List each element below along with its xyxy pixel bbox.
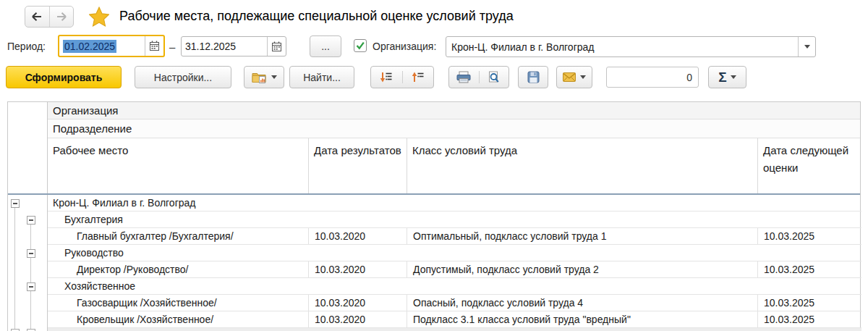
grouping-buttons <box>370 66 434 88</box>
table-row[interactable]: Газосварщик /Хозяйственное/ 10.03.2020 О… <box>48 295 861 311</box>
cell-class[interactable]: Подкласс 3.1 класса условий труда "вредн… <box>407 311 757 327</box>
page-magnifier-icon <box>488 71 500 83</box>
sigma-icon: Σ <box>718 70 726 85</box>
table-row-group[interactable]: Крон-Ц. Филиал в г. Волгоград <box>48 195 861 211</box>
favorite-star-icon[interactable] <box>89 7 109 30</box>
email-button[interactable] <box>556 66 592 88</box>
settings-button[interactable]: Настройки... <box>135 66 231 88</box>
arrow-down-list-icon <box>380 71 393 83</box>
column-header-class[interactable]: Класс условий труда <box>407 138 757 193</box>
org-label: Организация: <box>373 41 436 52</box>
group-name: Хозяйственное <box>48 278 861 294</box>
group-name: Бухгалтерия <box>48 211 861 227</box>
sum-button[interactable]: Σ <box>708 66 746 88</box>
cell-class[interactable]: Опасный, подкласс условий труда 4 <box>407 295 757 311</box>
page-title: Рабочие места, подлежащие специальной оц… <box>119 9 514 24</box>
org-value: Крон-Ц. Филиал в г. Волгоград <box>446 37 798 56</box>
table-row[interactable]: Директор /Руководство/ 10.03.2020 Допуст… <box>48 261 861 278</box>
expander-dept-3[interactable] <box>27 282 35 291</box>
forward-button[interactable] <box>50 7 74 27</box>
column-header-result-date[interactable]: Дата результатов <box>308 138 407 193</box>
back-arrow-icon <box>30 11 43 22</box>
printer-icon <box>456 71 471 83</box>
cell-result-date[interactable]: 10.03.2020 <box>308 311 407 327</box>
cell-next-date[interactable]: 10.03.2025 <box>757 311 861 327</box>
print-button[interactable] <box>449 71 479 83</box>
find-button[interactable]: Найти... <box>289 66 354 88</box>
cell-workplace[interactable]: Кровельщик /Хозяйственное/ <box>48 311 308 327</box>
caret-down-icon <box>271 75 277 79</box>
generate-button[interactable]: Сформировать <box>6 66 122 88</box>
cell-next-date[interactable]: 10.03.2025 <box>757 228 861 244</box>
print-preview-button[interactable] <box>479 71 509 83</box>
cell-result-date[interactable]: 10.03.2020 <box>308 228 407 244</box>
grouping-header-department[interactable]: Подразделение <box>48 120 860 138</box>
back-button[interactable] <box>25 7 50 27</box>
period-from-value: 01.02.2025 <box>59 36 145 56</box>
arrow-up-list-icon <box>412 71 425 83</box>
save-button[interactable] <box>518 66 548 88</box>
report-variants-button[interactable] <box>244 66 284 88</box>
minus-icon <box>29 253 33 254</box>
table-row-group[interactable]: Руководство <box>48 245 861 261</box>
org-combobox[interactable]: Крон-Ц. Филиал в г. Волгоград <box>446 36 816 57</box>
column-header-next-date[interactable]: Дата следующей оценки <box>757 138 861 193</box>
nav-history-group <box>25 6 74 28</box>
org-dropdown-button[interactable] <box>798 37 815 56</box>
next-row-strip <box>48 328 861 331</box>
tree-connector-line <box>30 225 31 331</box>
cell-result-date[interactable]: 10.03.2020 <box>308 261 407 277</box>
cell-next-date[interactable]: 10.03.2025 <box>757 295 861 311</box>
expander-dept-1[interactable] <box>27 216 35 225</box>
column-header-row: Рабочее место Дата результатов Класс усл… <box>48 138 860 193</box>
caret-down-icon <box>804 45 810 49</box>
checkmark-icon <box>355 41 365 51</box>
collapse-groups-button[interactable] <box>402 71 434 83</box>
minus-icon <box>29 286 33 288</box>
floppy-disk-icon <box>527 71 540 83</box>
autosum-field[interactable]: 0 <box>606 67 699 88</box>
calendar-icon <box>149 41 160 51</box>
period-dash: – <box>169 41 175 53</box>
group-name: Крон-Ц. Филиал в г. Волгоград <box>48 195 861 211</box>
cell-next-date[interactable]: 10.03.2025 <box>757 261 861 277</box>
minus-icon <box>13 203 17 204</box>
cell-workplace[interactable]: Газосварщик /Хозяйственное/ <box>48 295 308 311</box>
period-to-input[interactable]: 31.12.2025 <box>181 36 286 56</box>
period-label: Период: <box>7 41 46 52</box>
report-table: Организация Подразделение Рабочее место … <box>7 101 861 331</box>
cell-workplace[interactable]: Директор /Руководство/ <box>48 261 308 277</box>
forward-arrow-icon <box>55 11 68 22</box>
expander-org[interactable] <box>11 199 20 208</box>
period-more-button[interactable]: ... <box>310 35 341 57</box>
group-name: Руководство <box>48 245 861 261</box>
caret-down-icon <box>731 75 736 79</box>
column-header-workplace[interactable]: Рабочее место <box>48 138 308 193</box>
caret-down-icon <box>580 75 586 79</box>
calendar-icon <box>271 41 282 52</box>
period-to-value: 31.12.2025 <box>182 37 267 56</box>
minus-icon <box>29 219 33 221</box>
period-from-calendar-button[interactable] <box>145 36 163 56</box>
expander-dept-2[interactable] <box>27 249 35 258</box>
cell-class[interactable]: Оптимальный, подкласс условий труда 1 <box>407 228 757 244</box>
grouping-header-organization[interactable]: Организация <box>48 102 860 120</box>
table-row[interactable]: Кровельщик /Хозяйственное/ 10.03.2020 По… <box>48 311 861 328</box>
tree-connector-line <box>14 208 15 331</box>
expand-groups-button[interactable] <box>371 71 402 83</box>
table-row[interactable]: Главный бухгалтер /Бухгалтерия/ 10.03.20… <box>48 228 861 245</box>
period-from-input[interactable]: 01.02.2025 <box>58 35 165 57</box>
cell-workplace[interactable]: Главный бухгалтер /Бухгалтерия/ <box>48 228 308 244</box>
envelope-icon <box>563 72 576 82</box>
folder-chart-icon <box>252 71 267 83</box>
cell-result-date[interactable]: 10.03.2020 <box>308 295 407 311</box>
print-buttons <box>448 66 509 88</box>
org-filter-checkbox[interactable] <box>354 39 367 52</box>
period-to-calendar-button[interactable] <box>267 37 286 56</box>
table-row-group[interactable]: Хозяйственное <box>48 278 861 295</box>
table-row-group[interactable]: Бухгалтерия <box>48 211 861 228</box>
cell-class[interactable]: Допустимый, подкласс условий труда 2 <box>407 261 757 277</box>
